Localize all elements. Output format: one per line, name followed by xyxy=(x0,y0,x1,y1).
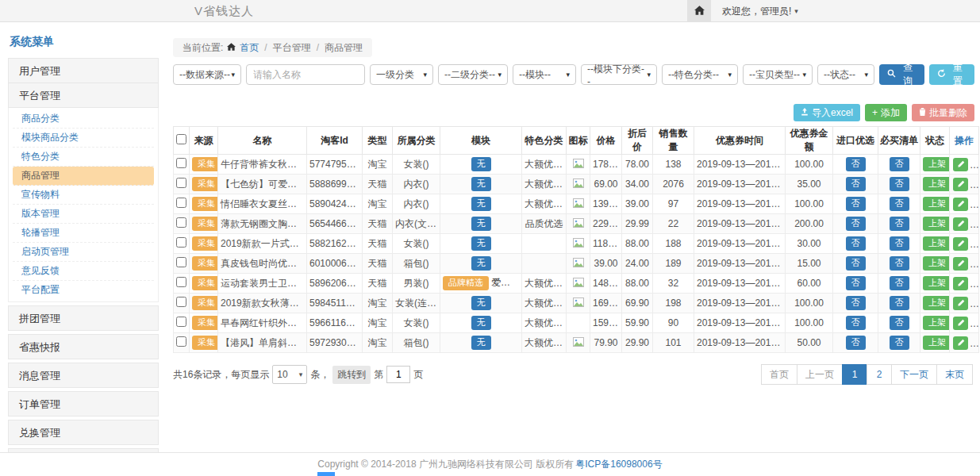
status-toggle[interactable]: 上架 xyxy=(923,157,950,171)
status-toggle[interactable]: 上架 xyxy=(923,197,950,211)
module-badge[interactable]: 无 xyxy=(471,316,491,330)
pager-button-下一页[interactable]: 下一页 xyxy=(891,364,937,385)
edit-button[interactable] xyxy=(953,317,968,330)
add-button[interactable]: + 添加 xyxy=(865,104,907,121)
import-excel-button[interactable]: 导入excel xyxy=(794,104,860,121)
sidebar-item-宣传物料[interactable]: 宣传物料 xyxy=(13,186,154,205)
sidebar-group-2[interactable]: 拼团管理 xyxy=(8,305,159,331)
module-badge[interactable]: 无 xyxy=(471,336,491,350)
search-button[interactable]: 查询 xyxy=(879,64,924,85)
icp-link[interactable]: 粤ICP备16098006号 xyxy=(575,458,662,471)
module-badge[interactable]: 无 xyxy=(471,157,491,171)
row-checkbox[interactable] xyxy=(176,158,186,168)
filter-module-select[interactable]: --模块--▾ xyxy=(513,64,576,85)
row-checkbox[interactable] xyxy=(176,217,186,228)
pager-button-2[interactable]: 2 xyxy=(867,364,892,385)
module-badge[interactable]: 无 xyxy=(471,217,491,231)
sidebar-item-轮播管理[interactable]: 轮播管理 xyxy=(13,224,154,243)
edit-button[interactable] xyxy=(953,297,968,310)
filter-cat1-select[interactable]: 一级分类▾ xyxy=(370,64,433,85)
module-badge[interactable]: 无 xyxy=(471,177,491,191)
status-toggle[interactable]: 上架 xyxy=(923,177,950,191)
sidebar-group-3[interactable]: 省惠快报 xyxy=(8,334,159,359)
import-select-toggle[interactable]: 否 xyxy=(846,276,866,290)
jump-button[interactable]: 跳转到 xyxy=(332,366,371,384)
sidebar-group-5[interactable]: 订单管理 xyxy=(8,391,159,416)
must-buy-toggle[interactable]: 否 xyxy=(890,256,909,271)
pager-button-1[interactable]: 1 xyxy=(842,364,867,385)
module-badge[interactable]: 无 xyxy=(471,236,491,251)
filter-module-sub-select[interactable]: --模块下分类--▾ xyxy=(581,64,657,85)
import-select-toggle[interactable]: 否 xyxy=(846,296,866,310)
row-checkbox[interactable] xyxy=(176,178,186,188)
must-buy-toggle[interactable]: 否 xyxy=(890,316,909,330)
must-buy-toggle[interactable]: 否 xyxy=(890,217,909,231)
pager-button-首页[interactable]: 首页 xyxy=(761,364,797,385)
module-badge[interactable]: 品牌精选 xyxy=(443,276,489,290)
import-select-toggle[interactable]: 否 xyxy=(846,217,866,231)
edit-button[interactable] xyxy=(953,277,968,290)
per-page-select[interactable]: 10▾ xyxy=(272,365,307,384)
sidebar-item-商品管理[interactable]: 商品管理 xyxy=(13,167,154,186)
import-select-toggle[interactable]: 否 xyxy=(846,256,866,271)
row-checkbox[interactable] xyxy=(176,277,186,287)
sidebar-group-6[interactable]: 兑换管理 xyxy=(8,420,159,445)
pager-button-末页[interactable]: 末页 xyxy=(936,364,973,385)
edit-button[interactable] xyxy=(953,178,968,191)
sidebar-item-商品分类[interactable]: 商品分类 xyxy=(13,109,154,129)
sidebar-group-0[interactable]: 用户管理 xyxy=(8,58,159,83)
filter-source-select[interactable]: --数据来源--▾ xyxy=(173,64,241,85)
sidebar-item-特色分类[interactable]: 特色分类 xyxy=(13,148,154,167)
module-badge[interactable]: 无 xyxy=(471,197,491,211)
module-badge[interactable]: 无 xyxy=(471,256,491,271)
batch-delete-button[interactable]: 批量删除 xyxy=(912,104,974,121)
name-search-input[interactable] xyxy=(246,64,365,85)
filter-status-select[interactable]: --状态--▾ xyxy=(817,64,874,85)
welcome-dropdown[interactable]: 欢迎您，管理员! ▾ xyxy=(722,5,798,18)
status-toggle[interactable]: 上架 xyxy=(923,236,950,251)
sidebar-group-4[interactable]: 消息管理 xyxy=(8,363,159,388)
edit-button[interactable] xyxy=(953,217,968,231)
must-buy-toggle[interactable]: 否 xyxy=(890,296,909,310)
import-select-toggle[interactable]: 否 xyxy=(846,316,866,330)
row-checkbox[interactable] xyxy=(176,237,186,248)
filter-goods-type-select[interactable]: --宝贝类型--▾ xyxy=(743,64,813,85)
sidebar-item-平台配置[interactable]: 平台配置 xyxy=(13,281,154,300)
status-toggle[interactable]: 上架 xyxy=(923,276,950,290)
breadcrumb-home-link[interactable]: 首页 xyxy=(240,41,259,55)
row-checkbox[interactable] xyxy=(176,317,186,327)
must-buy-toggle[interactable]: 否 xyxy=(890,157,909,171)
sidebar-item-意见反馈[interactable]: 意见反馈 xyxy=(13,262,154,281)
bottom-scrollbar-thumb[interactable] xyxy=(317,472,335,476)
status-toggle[interactable]: 上架 xyxy=(923,336,950,350)
sidebar-item-版本管理[interactable]: 版本管理 xyxy=(13,205,154,224)
import-select-toggle[interactable]: 否 xyxy=(846,197,866,211)
import-select-toggle[interactable]: 否 xyxy=(846,336,866,350)
import-select-toggle[interactable]: 否 xyxy=(846,177,866,191)
row-checkbox[interactable] xyxy=(176,198,186,208)
row-checkbox[interactable] xyxy=(176,297,186,307)
status-toggle[interactable]: 上架 xyxy=(923,256,950,271)
module-badge[interactable]: 无 xyxy=(471,296,491,310)
page-number-input[interactable] xyxy=(386,366,410,383)
reset-button[interactable]: 重置 xyxy=(929,64,974,85)
status-toggle[interactable]: 上架 xyxy=(923,296,950,310)
import-select-toggle[interactable]: 否 xyxy=(846,236,866,251)
filter-cat2-select[interactable]: --二级分类--▾ xyxy=(438,64,508,85)
select-all-checkbox[interactable] xyxy=(176,134,186,144)
sidebar-item-模块商品分类[interactable]: 模块商品分类 xyxy=(13,129,154,148)
status-toggle[interactable]: 上架 xyxy=(923,217,950,231)
sidebar-item-启动页管理[interactable]: 启动页管理 xyxy=(13,243,154,262)
import-select-toggle[interactable]: 否 xyxy=(846,157,866,171)
filter-feature-select[interactable]: --特色分类--▾ xyxy=(662,64,738,85)
edit-button[interactable] xyxy=(953,257,968,271)
edit-button[interactable] xyxy=(953,237,968,251)
must-buy-toggle[interactable]: 否 xyxy=(890,197,909,211)
edit-button[interactable] xyxy=(953,158,968,171)
row-checkbox[interactable] xyxy=(176,257,186,267)
must-buy-toggle[interactable]: 否 xyxy=(890,177,909,191)
row-checkbox[interactable] xyxy=(176,336,186,347)
pager-button-上一页[interactable]: 上一页 xyxy=(797,364,843,385)
must-buy-toggle[interactable]: 否 xyxy=(890,236,909,251)
sidebar-group-1[interactable]: 平台管理 xyxy=(8,83,159,108)
